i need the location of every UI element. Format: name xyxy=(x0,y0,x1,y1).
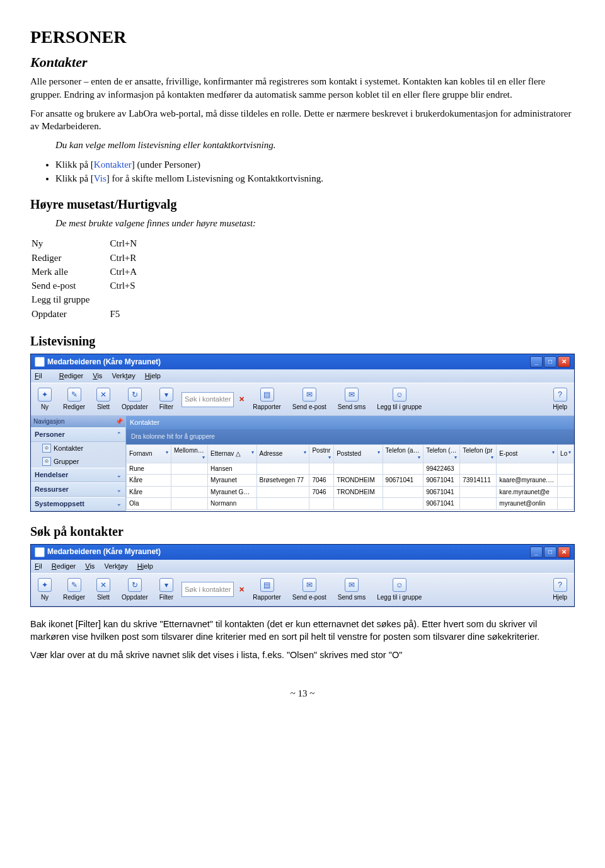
group-by-bar[interactable]: Dra kolonne hit for å gruppere xyxy=(126,429,574,444)
nav-section-ressurser[interactable]: Ressurser⌄ xyxy=(31,482,125,497)
cell-mellom xyxy=(171,498,208,510)
toolbar-label: Ny xyxy=(41,593,49,602)
column-header[interactable]: Adresse ▾ xyxy=(256,444,309,463)
column-header[interactable]: Lo ▾ xyxy=(558,444,574,463)
nav-item-kontakter[interactable]: ☺Kontakter xyxy=(31,442,125,455)
minimize-button[interactable]: _ xyxy=(530,547,543,558)
menu-verktoy[interactable]: Verktøy xyxy=(104,562,127,570)
toolbar-label: Send sms xyxy=(338,593,366,602)
shortcut-row: Legg til gruppe xyxy=(32,293,156,306)
toolbar-label: Filter xyxy=(159,403,173,412)
link-kontakter: Kontakter xyxy=(94,159,132,170)
nav-section-systemoppsett[interactable]: Systemoppsett⌄ xyxy=(31,497,125,511)
toolbar-sendsms[interactable]: ✉Send sms xyxy=(335,386,369,414)
shortcut-row: OppdaterF5 xyxy=(32,308,156,320)
column-header[interactable]: Fornavn ▾ xyxy=(127,444,171,463)
toolbar-ny[interactable]: ✦Ny xyxy=(35,576,55,604)
menu-bar: Fil Rediger Vis Verktøy Hjelp xyxy=(31,369,574,383)
nav-section-hendelser[interactable]: Hendelser⌄ xyxy=(31,468,125,482)
cell-adr xyxy=(256,498,309,510)
nav-section-personer[interactable]: Personer⌃ xyxy=(31,427,125,442)
toolbar-label: Legg til i gruppe xyxy=(377,403,422,412)
menu-vis[interactable]: Vis xyxy=(93,372,102,379)
cell-lo xyxy=(558,498,574,510)
menu-fil[interactable]: Fil xyxy=(35,562,42,570)
cell-tmob: 90671041 xyxy=(424,486,460,498)
toolbar-slett[interactable]: ✕Slett xyxy=(93,386,113,414)
group-icon: ☺ xyxy=(393,388,406,402)
shortcut-key: Ctrl+S xyxy=(110,279,156,292)
shortcut-name: Oppdater xyxy=(32,308,108,320)
search-input[interactable]: Søk i kontakter xyxy=(182,582,234,597)
menu-hjelp[interactable]: Hjelp xyxy=(145,372,161,379)
maximize-button[interactable]: □ xyxy=(544,547,556,558)
toolbar-hjelp[interactable]: ?Hjelp xyxy=(550,386,570,414)
column-header[interactable]: E-post ▾ xyxy=(497,444,558,463)
toolbar-rediger[interactable]: ✎Rediger xyxy=(60,576,88,604)
bullet-text: Klikk på [ xyxy=(55,173,94,183)
menu-fil[interactable]: Fil xyxy=(35,372,50,379)
toolbar-legg[interactable]: ☺Legg til i gruppe xyxy=(374,576,425,604)
close-button[interactable]: ✕ xyxy=(558,547,570,558)
toolbar-sendsms[interactable]: ✉Send sms xyxy=(335,576,369,604)
table-row[interactable]: OlaNormann90671041myraunet@onlin xyxy=(127,498,574,510)
menu-hjelp[interactable]: Hjelp xyxy=(137,562,153,570)
nav-item-grupper[interactable]: ☺Grupper xyxy=(31,455,125,468)
contact-icon: ☺ xyxy=(42,444,51,453)
menu-rediger[interactable]: Rediger xyxy=(52,562,76,570)
heading-sok: Søk på kontakter xyxy=(30,523,575,540)
column-header[interactable]: Telefon (pr ▾ xyxy=(460,444,497,463)
toolbar-rapporter[interactable]: ▤Rapporter xyxy=(250,576,284,604)
toolbar-oppdater[interactable]: ↻Oppdater xyxy=(118,386,151,414)
refresh-icon: ↻ xyxy=(128,388,142,402)
maximize-button[interactable]: □ xyxy=(544,356,556,367)
menu-verktoy[interactable]: Verktøy xyxy=(112,372,135,379)
shortcut-key xyxy=(110,293,156,306)
search-input[interactable]: Søk i kontakter xyxy=(182,392,234,407)
toolbar-rediger[interactable]: ✎Rediger xyxy=(60,386,88,414)
table-row[interactable]: KåreMyraunetBrøsetvegen 777046TRONDHEIM9… xyxy=(127,475,574,487)
toolbar-legg[interactable]: ☺Legg til i gruppe xyxy=(374,386,425,414)
bullet-vis: Klikk på [Vis] for å skifte mellom Liste… xyxy=(55,172,575,185)
toolbar-sendepost[interactable]: ✉Send e-post xyxy=(289,576,330,604)
cell-etter: Myraunet xyxy=(208,475,256,487)
nav-item-label: Grupper xyxy=(54,457,79,466)
cell-sted: TRONDHEIM xyxy=(334,475,383,487)
toolbar-slett[interactable]: ✕Slett xyxy=(93,576,113,604)
shortcut-name: Legg til gruppe xyxy=(32,293,108,306)
column-header[interactable]: Poststed ▾ xyxy=(334,444,383,463)
toolbar-filter[interactable]: ▾Filter xyxy=(156,386,176,414)
menu-rediger[interactable]: Rediger xyxy=(59,372,84,379)
table-row[interactable]: KåreMyraunet Gmail7046TRONDHEIM90671041k… xyxy=(127,486,574,498)
cell-postnr xyxy=(309,498,334,510)
shortcut-row: Merk alleCtrl+A xyxy=(32,265,156,278)
cell-tarb xyxy=(383,486,424,498)
clear-search-button[interactable]: ✕ xyxy=(239,395,245,404)
toolbar-hjelp[interactable]: ?Hjelp xyxy=(550,576,570,604)
toolbar-label: Rediger xyxy=(63,403,85,412)
toolbar-filter[interactable]: ▾Filter xyxy=(156,576,176,604)
toolbar-label: Hjelp xyxy=(553,593,567,602)
column-header[interactable]: Mellomn… ▾ xyxy=(171,444,208,463)
column-header[interactable]: Etternav △ ▾ xyxy=(208,444,256,463)
toolbar-sendepost[interactable]: ✉Send e-post xyxy=(289,386,330,414)
table-row[interactable]: RuneHansen99422463 xyxy=(127,463,574,475)
toolbar-ny[interactable]: ✦Ny xyxy=(35,386,55,414)
minimize-button[interactable]: _ xyxy=(530,356,543,367)
menu-vis[interactable]: Vis xyxy=(85,562,95,570)
shortcut-name: Send e-post xyxy=(32,279,108,292)
close-button[interactable]: ✕ xyxy=(558,356,570,367)
toolbar-rapporter[interactable]: ▤Rapporter xyxy=(250,386,284,414)
pin-icon[interactable]: 📌 xyxy=(115,417,123,426)
page-number: ~ 13 ~ xyxy=(30,687,575,700)
cell-lo xyxy=(558,486,574,498)
column-header[interactable]: Postnr ▾ xyxy=(309,444,334,463)
toolbar-oppdater[interactable]: ↻Oppdater xyxy=(118,576,151,604)
column-header[interactable]: Telefon (arb) ▾ xyxy=(383,444,424,463)
cell-fornavn: Ola xyxy=(127,498,171,510)
bullet-text: ] (under Personer) xyxy=(132,159,200,170)
column-header[interactable]: Telefon (… ▾ xyxy=(424,444,460,463)
clear-search-button[interactable]: ✕ xyxy=(239,585,245,594)
help-icon: ? xyxy=(553,388,567,402)
new-icon: ✦ xyxy=(38,388,52,402)
